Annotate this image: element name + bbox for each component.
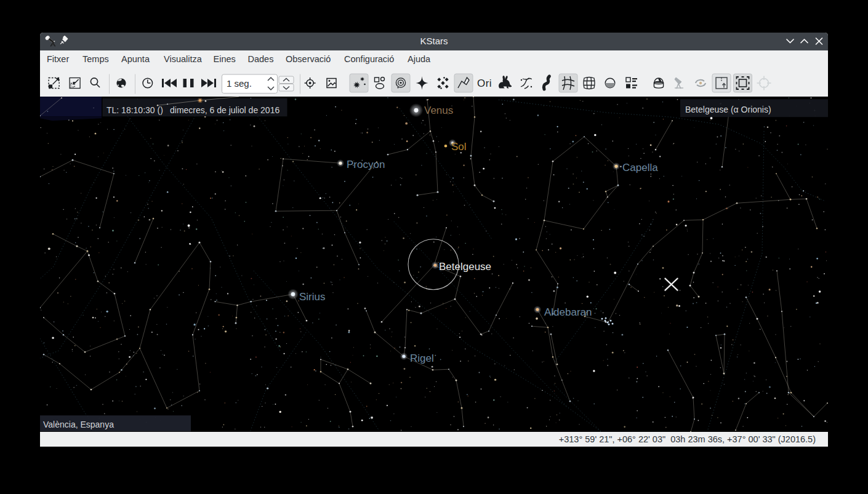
svg-text:Sirius: Sirius: [299, 291, 326, 303]
svg-text:Aldebaran: Aldebaran: [544, 306, 592, 318]
svg-text:València, Espanya: València, Espanya: [43, 420, 114, 429]
svg-text:Capella: Capella: [622, 162, 658, 173]
svg-text:Procyon: Procyon: [347, 159, 385, 170]
svg-text:1 seg.: 1 seg.: [227, 78, 252, 89]
svg-text:Betelgeuse: Betelgeuse: [439, 261, 491, 273]
svg-text:Sol: Sol: [451, 141, 467, 153]
svg-text:TL: 18:10:30 (): TL: 18:10:30 (): [106, 105, 163, 115]
svg-text:Betelgeuse (α Orionis): Betelgeuse (α Orionis): [685, 105, 771, 114]
svg-text:dimecres, 6 de juliol de 2016: dimecres, 6 de juliol de 2016: [170, 105, 279, 115]
svg-text:Rigel: Rigel: [410, 353, 434, 364]
svg-text:Venus: Venus: [424, 105, 453, 116]
svg-text:Ori: Ori: [477, 78, 492, 89]
